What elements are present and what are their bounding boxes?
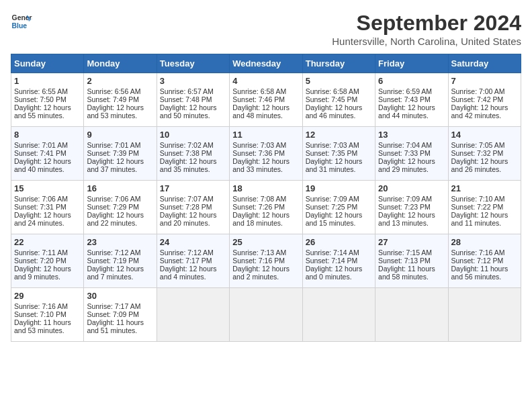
day-info-line: and 46 minutes.: [306, 111, 372, 120]
day-info-line: Sunrise: 6:58 AM: [306, 87, 372, 95]
day-info-line: Daylight: 12 hours: [14, 103, 81, 111]
day-info-line: and 22 minutes.: [87, 219, 153, 227]
day-info-line: Daylight: 12 hours: [451, 103, 518, 111]
day-number: 27: [378, 237, 445, 247]
day-info-line: Daylight: 12 hours: [451, 157, 518, 165]
day-info-line: Sunset: 7:25 PM: [306, 203, 372, 211]
day-info-line: and 31 minutes.: [306, 165, 372, 173]
day-info-line: Sunrise: 6:57 AM: [160, 87, 226, 95]
calendar-day-25: 25Sunrise: 7:13 AMSunset: 7:16 PMDayligh…: [230, 234, 302, 288]
calendar-day-13: 13Sunrise: 7:04 AMSunset: 7:33 PMDayligh…: [375, 127, 448, 181]
day-info-line: Sunrise: 7:05 AM: [451, 141, 518, 149]
calendar-week-row: 22Sunrise: 7:11 AMSunset: 7:20 PMDayligh…: [11, 234, 521, 288]
day-info-line: Sunrise: 6:55 AM: [14, 87, 81, 95]
day-info-line: and 7 minutes.: [87, 273, 153, 281]
day-number: 26: [306, 237, 372, 247]
day-info-line: Sunrise: 7:11 AM: [14, 248, 81, 257]
day-info-line: Sunset: 7:33 PM: [378, 149, 445, 157]
day-number: 25: [232, 237, 299, 247]
day-number: 6: [378, 76, 445, 86]
day-number: 12: [306, 130, 372, 140]
day-info-line: Sunset: 7:26 PM: [232, 203, 299, 211]
day-info-line: and 11 minutes.: [451, 219, 518, 227]
calendar-week-row: 29Sunrise: 7:16 AMSunset: 7:10 PMDayligh…: [11, 288, 521, 342]
day-info-line: Sunset: 7:46 PM: [232, 95, 299, 103]
day-info-line: Daylight: 12 hours: [306, 265, 372, 273]
day-info-line: Sunrise: 7:16 AM: [451, 248, 518, 257]
logo-icon: General Blue: [11, 11, 32, 32]
day-number: 22: [14, 237, 81, 247]
calendar-day-11: 11Sunrise: 7:03 AMSunset: 7:36 PMDayligh…: [230, 127, 302, 181]
weekday-header-saturday: Saturday: [448, 54, 521, 73]
day-info-line: Daylight: 12 hours: [160, 103, 226, 111]
calendar-day-16: 16Sunrise: 7:06 AMSunset: 7:29 PMDayligh…: [84, 181, 157, 234]
calendar-day-20: 20Sunrise: 7:09 AMSunset: 7:23 PMDayligh…: [375, 181, 448, 234]
day-info-line: Sunrise: 7:14 AM: [306, 248, 372, 257]
day-info-line: and 35 minutes.: [160, 165, 226, 173]
day-info-line: and 55 minutes.: [14, 111, 81, 120]
calendar-subtitle: Huntersville, North Carolina, United Sta…: [332, 36, 521, 47]
day-info-line: Sunset: 7:35 PM: [306, 149, 372, 157]
day-number: 23: [87, 237, 153, 247]
day-info-line: Sunrise: 7:17 AM: [87, 302, 153, 310]
day-info-line: Daylight: 12 hours: [87, 157, 153, 165]
calendar-day-15: 15Sunrise: 7:06 AMSunset: 7:31 PMDayligh…: [11, 181, 84, 234]
day-info-line: and 37 minutes.: [87, 165, 153, 173]
day-info-line: and 50 minutes.: [160, 111, 226, 120]
title-section: September 2024 Huntersville, North Carol…: [332, 11, 521, 47]
day-info-line: and 24 minutes.: [14, 219, 81, 227]
day-number: 21: [451, 183, 518, 193]
day-info-line: Sunrise: 7:13 AM: [232, 248, 299, 257]
day-number: 2: [87, 76, 153, 86]
day-number: 7: [451, 76, 518, 86]
calendar-day-17: 17Sunrise: 7:07 AMSunset: 7:28 PMDayligh…: [157, 181, 229, 234]
day-info-line: Sunrise: 7:06 AM: [87, 195, 153, 203]
day-info-line: Sunset: 7:38 PM: [160, 149, 226, 157]
day-info-line: Sunset: 7:45 PM: [306, 95, 372, 103]
day-info-line: Daylight: 12 hours: [14, 265, 81, 273]
day-info-line: Sunset: 7:20 PM: [14, 257, 81, 265]
day-info-line: and 56 minutes.: [451, 273, 518, 281]
weekday-header-thursday: Thursday: [302, 54, 375, 73]
day-info-line: and 13 minutes.: [378, 219, 445, 227]
weekday-header-sunday: Sunday: [11, 54, 84, 73]
day-info-line: Sunrise: 7:16 AM: [14, 302, 81, 310]
day-number: 13: [378, 130, 445, 140]
day-number: 18: [232, 183, 299, 193]
day-number: 14: [451, 130, 518, 140]
day-info-line: Sunset: 7:16 PM: [232, 257, 299, 265]
calendar-day-30: 30Sunrise: 7:17 AMSunset: 7:09 PMDayligh…: [84, 288, 157, 342]
day-info-line: Daylight: 12 hours: [306, 103, 372, 111]
day-info-line: Sunrise: 7:12 AM: [87, 248, 153, 257]
day-info-line: Sunrise: 7:01 AM: [87, 141, 153, 149]
calendar-week-row: 8Sunrise: 7:01 AMSunset: 7:41 PMDaylight…: [11, 127, 521, 181]
day-info-line: Sunset: 7:32 PM: [451, 149, 518, 157]
day-info-line: Daylight: 12 hours: [378, 211, 445, 219]
day-info-line: Sunset: 7:31 PM: [14, 203, 81, 211]
day-number: 30: [87, 291, 153, 301]
day-info-line: Daylight: 12 hours: [378, 157, 445, 165]
day-info-line: Sunrise: 7:08 AM: [232, 195, 299, 203]
day-info-line: and 4 minutes.: [160, 273, 226, 281]
day-info-line: Sunrise: 7:06 AM: [14, 195, 81, 203]
day-info-line: Sunrise: 6:58 AM: [232, 87, 299, 95]
day-number: 10: [160, 130, 226, 140]
day-info-line: Daylight: 12 hours: [306, 157, 372, 165]
day-info-line: Sunset: 7:41 PM: [14, 149, 81, 157]
day-info-line: Daylight: 12 hours: [87, 103, 153, 111]
day-info-line: Daylight: 12 hours: [160, 265, 226, 273]
day-number: 28: [451, 237, 518, 247]
weekday-header-tuesday: Tuesday: [157, 54, 229, 73]
day-info-line: Sunset: 7:23 PM: [378, 203, 445, 211]
calendar-day-23: 23Sunrise: 7:12 AMSunset: 7:19 PMDayligh…: [84, 234, 157, 288]
calendar-week-row: 15Sunrise: 7:06 AMSunset: 7:31 PMDayligh…: [11, 181, 521, 234]
day-info-line: Daylight: 12 hours: [87, 211, 153, 219]
day-number: 29: [14, 291, 81, 301]
day-info-line: Sunset: 7:49 PM: [87, 95, 153, 103]
page-header: General Blue September 2024 Huntersville…: [11, 11, 521, 47]
day-info-line: and 0 minutes.: [306, 273, 372, 281]
day-info-line: Sunset: 7:12 PM: [451, 257, 518, 265]
day-info-line: Sunrise: 7:03 AM: [306, 141, 372, 149]
day-number: 16: [87, 183, 153, 193]
day-number: 4: [232, 76, 299, 86]
